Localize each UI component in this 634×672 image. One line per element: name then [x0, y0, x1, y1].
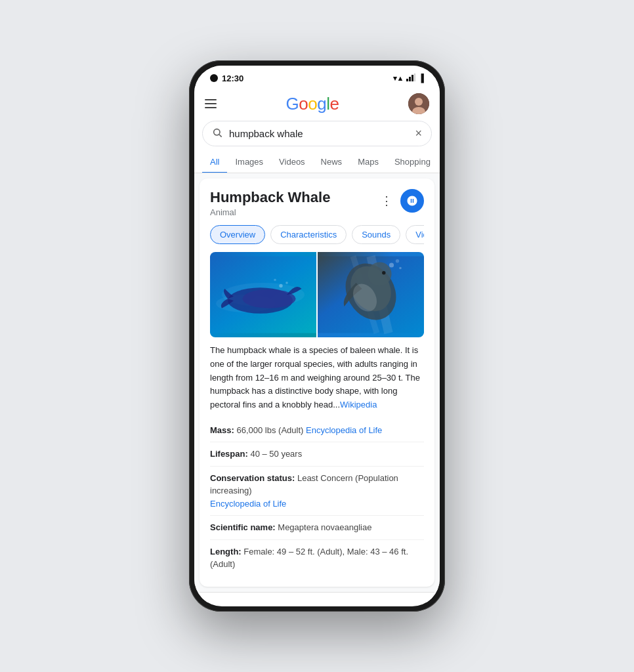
battery-icon: ▐ [418, 74, 424, 83]
google-header: Google [194, 88, 440, 121]
kp-actions: ⋮ [378, 189, 424, 213]
kp-title-section: Humpback Whale Animal [210, 189, 378, 217]
chip-characteristics[interactable]: Characteristics [270, 225, 347, 244]
whale-image-2[interactable] [318, 252, 424, 337]
status-left: 12:30 [210, 74, 243, 83]
svg-point-23 [389, 262, 394, 267]
kp-header: Humpback Whale Animal ⋮ [210, 189, 424, 217]
camera-dot [210, 74, 218, 82]
fact-scientific-name: Scientific name: Megaptera novaeangliae [210, 516, 424, 540]
tab-news[interactable]: News [313, 152, 350, 173]
svg-point-24 [396, 259, 399, 262]
svg-rect-3 [414, 74, 415, 81]
fact-link-mass[interactable]: Encyclopedia of Life [306, 425, 382, 435]
tab-maps[interactable]: Maps [350, 152, 387, 173]
search-icon [212, 127, 222, 140]
svg-point-13 [243, 289, 296, 308]
fact-value-mass: 66,000 lbs (Adult) [236, 425, 306, 435]
tab-images[interactable]: Images [227, 152, 271, 173]
svg-point-7 [214, 129, 220, 135]
tab-shopping[interactable]: Shopping [387, 152, 438, 173]
tab-videos[interactable]: Videos [271, 152, 313, 173]
fact-value-scientific: Megaptera novaeangliae [278, 522, 371, 532]
nav-tabs: All Images Videos News Maps Shopping [194, 152, 440, 173]
menu-button[interactable] [205, 99, 217, 108]
status-bar: 12:30 ▾▲ ▐ [194, 66, 440, 88]
fact-label-mass: Mass: [210, 425, 236, 435]
signal-icon [406, 72, 415, 84]
chip-overview[interactable]: Overview [210, 225, 265, 244]
search-bar[interactable]: humpback whale × [202, 121, 432, 146]
more-options-button[interactable]: ⋮ [378, 191, 395, 211]
fact-label-scientific: Scientific name: [210, 522, 278, 532]
clear-search-button[interactable]: × [415, 127, 422, 140]
kp-description: The humpback whale is a species of balee… [210, 344, 424, 412]
svg-point-22 [382, 271, 385, 274]
accordion-measurements[interactable]: Measurements [200, 592, 434, 602]
fact-link-conservation[interactable]: Encyclopedia of Life [210, 499, 286, 509]
svg-point-5 [415, 98, 423, 106]
user-avatar[interactable] [408, 93, 429, 114]
phone-frame: 12:30 ▾▲ ▐ Google [189, 60, 445, 612]
svg-rect-1 [409, 77, 411, 81]
fact-conservation: Conservation status: Least Concern (Popu… [210, 467, 424, 516]
fact-lifespan: Lifespan: 40 – 50 years [210, 442, 424, 467]
status-time: 12:30 [222, 74, 243, 83]
fact-mass: Mass: 66,000 lbs (Adult) Encyclopedia of… [210, 419, 424, 443]
chip-sounds[interactable]: Sounds [352, 225, 400, 244]
tab-all[interactable]: All [202, 152, 227, 173]
svg-rect-0 [406, 79, 408, 81]
svg-point-25 [399, 267, 402, 270]
svg-point-16 [285, 282, 288, 284]
images-grid[interactable] [210, 252, 424, 337]
fact-label-lifespan: Lifespan: [210, 449, 250, 459]
kp-subtitle: Animal [210, 207, 378, 217]
facts-section: Mass: 66,000 lbs (Adult) Encyclopedia of… [210, 419, 424, 576]
main-content: Humpback Whale Animal ⋮ Overview [194, 173, 440, 602]
svg-line-8 [219, 135, 222, 137]
fact-label-length: Length: [210, 547, 243, 556]
fact-label-conservation: Conservation status: [210, 473, 297, 483]
status-icons: ▾▲ ▐ [393, 72, 424, 84]
svg-point-14 [279, 284, 282, 287]
kp-title: Humpback Whale [210, 189, 378, 206]
wifi-icon: ▾▲ [393, 74, 404, 83]
save-button[interactable] [400, 189, 424, 213]
svg-point-21 [368, 262, 392, 286]
search-query: humpback whale [229, 128, 408, 139]
fact-value-lifespan: 40 – 50 years [250, 449, 302, 459]
wikipedia-link[interactable]: Wikipedia [340, 400, 377, 410]
svg-point-15 [274, 279, 276, 282]
fact-length: Length: Female: 49 – 52 ft. (Adult), Mal… [210, 540, 424, 576]
whale-image-1[interactable] [210, 252, 316, 337]
knowledge-panel: Humpback Whale Animal ⋮ Overview [200, 178, 434, 587]
chip-videos[interactable]: Videos [406, 225, 424, 244]
filter-chips: Overview Characteristics Sounds Videos [210, 225, 424, 244]
google-logo: Google [286, 94, 339, 114]
phone-screen: 12:30 ▾▲ ▐ Google [194, 66, 440, 606]
svg-rect-2 [412, 75, 413, 81]
